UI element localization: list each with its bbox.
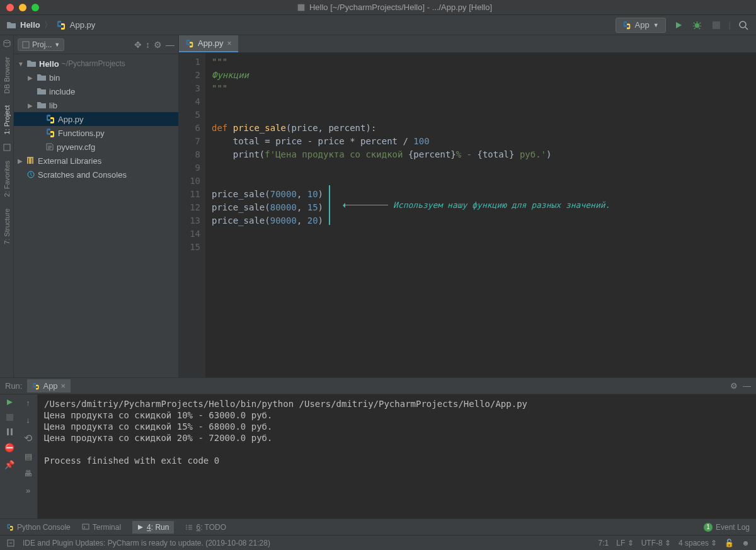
print-icon[interactable]: 🖶 <box>24 469 32 478</box>
rerun-icon[interactable] <box>6 398 14 406</box>
tree-file-functions[interactable]: Functions.py <box>14 126 178 140</box>
window-controls <box>6 4 39 11</box>
run-label: Run: <box>5 381 22 391</box>
svg-point-4 <box>4 40 10 43</box>
breadcrumb-separator: 〉 <box>44 20 52 31</box>
hide-panel-icon[interactable]: — <box>166 40 175 50</box>
annotation-bracket <box>329 185 330 225</box>
tree-file-pyvenv[interactable]: pyvenv.cfg <box>14 140 178 154</box>
run-hide-icon[interactable]: — <box>743 381 751 391</box>
maximize-window-icon[interactable] <box>32 4 39 11</box>
bottom-tab-terminal[interactable]: Terminal <box>82 523 121 532</box>
svg-rect-11 <box>83 524 89 529</box>
code-annotation: Используем нашу функцию для разных значе… <box>344 198 610 212</box>
bottom-tab-python-console[interactable]: Python Console <box>6 523 71 532</box>
project-panel: Proj... ▼ ✥ ↕ ⚙ — ▼ Hello ~/PycharmProje… <box>14 35 179 377</box>
stop-run-icon[interactable] <box>6 414 13 421</box>
gear-icon[interactable]: ⚙ <box>154 40 162 50</box>
left-tool-strip: DB Browser 1: Project 2: Favorites 7: St… <box>0 35 14 377</box>
down-arrow-icon[interactable]: ↓ <box>26 415 30 425</box>
tree-folder-lib[interactable]: ▶ lib <box>14 98 178 112</box>
svg-point-1 <box>695 23 700 28</box>
minimize-window-icon[interactable] <box>19 4 26 11</box>
svg-point-3 <box>740 21 746 28</box>
chevron-down-icon: ▼ <box>653 22 659 28</box>
run-tab-app[interactable]: App × <box>27 379 71 392</box>
python-file-icon <box>56 20 66 30</box>
pin-icon[interactable]: 📌 <box>4 460 14 469</box>
event-badge: 1 <box>704 523 713 532</box>
editor-tabs: App.py × <box>179 35 756 53</box>
editor-tab-app[interactable]: App.py × <box>179 35 238 52</box>
status-bar: IDE and Plugin Updates: PyCharm is ready… <box>0 535 756 550</box>
bottom-tool-tabs: Python Console Terminal 4: Run 6: TODO 1… <box>0 518 756 535</box>
bottom-tab-run[interactable]: 4: Run <box>132 521 174 534</box>
side-tab-project[interactable]: 1: Project <box>2 103 12 137</box>
bottom-tab-todo[interactable]: 6: TODO <box>185 523 226 532</box>
run-output[interactable]: /Users/dmitriy/PycharmProjects/Hello/bin… <box>38 394 756 518</box>
bottom-tab-event-log[interactable]: 1 Event Log <box>704 523 750 532</box>
app-icon <box>297 3 306 12</box>
project-tree: ▼ Hello ~/PycharmProjects ▶ bin ▶ includ… <box>14 54 178 377</box>
status-message: IDE and Plugin Updates: PyCharm is ready… <box>23 539 270 547</box>
tree-external-libraries[interactable]: ▶ External Libraries <box>14 154 178 168</box>
run-gear-icon[interactable]: ⚙ <box>730 381 738 391</box>
run-tool-column-1: ⛔ 📌 <box>0 394 19 518</box>
tree-folder-include[interactable]: ▶ include <box>14 84 178 98</box>
svg-rect-8 <box>6 414 13 421</box>
search-everywhere-button[interactable] <box>737 19 750 32</box>
collapse-all-icon[interactable]: ↕ <box>146 40 150 50</box>
svg-rect-2 <box>713 21 720 29</box>
side-tab-structure[interactable]: 7: Structure <box>2 206 12 247</box>
soft-wrap-icon[interactable]: ⟲ <box>24 432 32 444</box>
scroll-icon[interactable]: ▤ <box>25 452 32 461</box>
breadcrumb-project[interactable]: Hello <box>20 20 40 30</box>
stop-button[interactable] <box>710 19 723 32</box>
breadcrumb-file[interactable]: App.py <box>70 20 95 30</box>
close-tab-icon[interactable]: × <box>227 39 231 48</box>
code-content[interactable]: """ Функции """ def price_sale(price, pe… <box>205 53 756 377</box>
close-window-icon[interactable] <box>6 4 14 11</box>
run-panel: Run: App × ⚙ — ⛔ 📌 ↑ ↓ ⟲ ▤ 🖶 » /Users/dm… <box>0 377 756 518</box>
folder-icon <box>6 21 16 30</box>
locate-icon[interactable]: ✥ <box>134 40 142 50</box>
exit-icon[interactable]: ⛔ <box>4 443 14 452</box>
up-arrow-icon[interactable]: ↑ <box>26 398 30 408</box>
close-run-tab-icon[interactable]: × <box>61 381 66 391</box>
status-notification-icon[interactable] <box>6 539 15 547</box>
run-button[interactable] <box>672 19 685 32</box>
line-gutter: 123456789101112131415 <box>179 53 205 377</box>
editor-area: App.py × 123456789101112131415 """ Функц… <box>179 35 756 377</box>
window-title: Hello [~/PycharmProjects/Hello] - .../Ap… <box>39 3 750 12</box>
inspector-icon[interactable]: ☻ <box>742 539 750 547</box>
run-configuration-selector[interactable]: App ▼ <box>616 18 666 33</box>
project-strip-icon <box>3 143 11 152</box>
title-bar: Hello [~/PycharmProjects/Hello] - .../Ap… <box>0 0 756 15</box>
svg-rect-9 <box>7 428 9 435</box>
db-icon[interactable] <box>3 39 11 48</box>
svg-rect-10 <box>11 428 13 435</box>
svg-rect-5 <box>4 144 10 151</box>
side-tab-favorites[interactable]: 2: Favorites <box>2 158 12 199</box>
project-view-tab[interactable]: Proj... ▼ <box>18 38 64 51</box>
project-panel-header: Proj... ▼ ✥ ↕ ⚙ — <box>14 35 178 54</box>
tree-file-app[interactable]: App.py <box>14 112 178 126</box>
navigation-bar: Hello 〉 App.py App ▼ | <box>0 15 756 35</box>
code-editor[interactable]: 123456789101112131415 """ Функции """ de… <box>179 53 756 377</box>
annotation-arrow-icon <box>344 205 388 205</box>
tree-root[interactable]: ▼ Hello ~/PycharmProjects <box>14 57 178 71</box>
more-icon[interactable]: » <box>26 486 30 495</box>
tree-scratches[interactable]: ▶ Scratches and Consoles <box>14 168 178 181</box>
status-line-sep[interactable]: LF ⇕ <box>616 539 633 547</box>
pause-icon[interactable] <box>6 428 13 435</box>
svg-rect-6 <box>23 42 29 48</box>
side-tab-db-browser[interactable]: DB Browser <box>2 54 12 96</box>
debug-button[interactable] <box>691 19 704 32</box>
status-encoding[interactable]: UTF-8 ⇕ <box>641 539 671 547</box>
status-indent[interactable]: 4 spaces ⇕ <box>679 539 717 547</box>
run-panel-header: Run: App × ⚙ — <box>0 378 756 394</box>
tree-folder-bin[interactable]: ▶ bin <box>14 71 178 84</box>
lock-icon[interactable]: 🔓 <box>724 539 734 547</box>
status-position[interactable]: 7:1 <box>598 539 609 547</box>
run-tool-column-2: ↑ ↓ ⟲ ▤ 🖶 » <box>19 394 38 518</box>
